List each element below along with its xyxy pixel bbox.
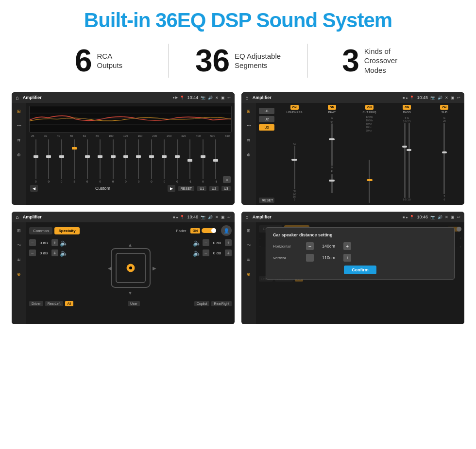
dot-icons-1: ● ▶	[172, 96, 178, 100]
eq-slider-2[interactable]: 0	[56, 139, 67, 183]
sidebar-crossover-icon-2[interactable]: ⊕	[244, 150, 253, 159]
eq-prev-btn[interactable]: ◀	[30, 185, 38, 192]
vertical-plus-btn[interactable]: +	[343, 254, 351, 262]
back-icon-3[interactable]: ↩	[227, 215, 231, 219]
reset-btn-2[interactable]: RESET	[259, 198, 274, 203]
home-icon-3[interactable]: ⌂	[16, 214, 19, 220]
rearleft-btn[interactable]: RearLeft	[45, 301, 63, 306]
sidebar-eq-icon-2[interactable]: ⊞	[244, 107, 253, 116]
sidebar-waveform-icon-4[interactable]: ≋	[244, 255, 253, 264]
back-icon-4[interactable]: ↩	[457, 215, 460, 219]
reset-btn-1[interactable]: RESET	[178, 186, 194, 191]
vertical-minus-btn[interactable]: −	[306, 254, 314, 262]
fr-plus-btn[interactable]: +	[225, 239, 232, 246]
rl-plus-btn[interactable]: +	[51, 249, 58, 256]
eq-slider-9[interactable]: 0	[146, 139, 157, 183]
topbar-icons-2: 📍 10:45 📷 🔊 ✕ ▣ ↩	[409, 95, 460, 100]
fader-on-btn[interactable]: ON	[190, 228, 201, 233]
u2-btn-1[interactable]: U2	[209, 186, 219, 191]
eq-slider-7[interactable]: 0	[120, 139, 131, 183]
topbar-4: ⌂ Amplifier ■ ● 📍 10:46 📷 🔊 ✕ ▣ ↩	[241, 212, 464, 222]
close-icon-4[interactable]: ✕	[445, 215, 448, 219]
sidebar-wave-icon-2[interactable]: 〜	[244, 121, 253, 130]
u2-btn-2[interactable]: U2	[259, 116, 274, 122]
eq-slider-3[interactable]: 5	[68, 139, 80, 183]
sidebar-crossover-icon-3[interactable]: ⊕	[15, 270, 23, 279]
sidebar-waveform-icon-2[interactable]: ≋	[244, 136, 253, 145]
sidebar-waveform-icon-3[interactable]: ≋	[15, 255, 23, 264]
stat-number-rca: 6	[75, 45, 92, 76]
rearright-btn[interactable]: RearRight	[211, 301, 232, 306]
u3-btn-1[interactable]: U3	[221, 186, 231, 191]
topbar-icons-3: 📍 10:46 📷 🔊 ✕ ▣ ↩	[180, 215, 231, 219]
eq-slider-13[interactable]: 0	[197, 139, 208, 183]
eq-slider-1[interactable]: 0	[43, 139, 54, 183]
confirm-button[interactable]: Confirm	[344, 266, 376, 274]
home-icon-2[interactable]: ⌂	[245, 95, 249, 100]
close-icon-2[interactable]: ✕	[445, 96, 448, 100]
sidebar-eq-icon[interactable]: ⊞	[15, 107, 23, 116]
close-icon-3[interactable]: ✕	[215, 215, 219, 219]
screen2-title: Amplifier	[253, 95, 401, 100]
svg-text:◀: ◀	[108, 266, 112, 271]
eq-slider-6[interactable]: 0	[107, 139, 119, 183]
sidebar-eq-icon-3[interactable]: ⊞	[15, 226, 23, 235]
sidebar-wave-icon-3[interactable]: 〜	[15, 241, 23, 249]
rr-minus-btn[interactable]: −	[203, 249, 209, 256]
eq-slider-11[interactable]: 0	[171, 139, 183, 183]
fr-minus-btn[interactable]: −	[203, 239, 209, 246]
sub-on-btn[interactable]: ON	[440, 105, 448, 110]
sidebar-wave-icon-4[interactable]: 〜	[244, 241, 253, 249]
window-icon-1: ▣	[221, 96, 225, 100]
sidebar-wave-icon[interactable]: 〜	[15, 121, 23, 130]
close-icon-1[interactable]: ✕	[215, 96, 219, 100]
back-icon-2[interactable]: ↩	[457, 96, 460, 100]
eq-slider-12[interactable]: -1	[185, 139, 196, 183]
u1-btn-2[interactable]: U1	[259, 108, 274, 114]
sidebar-crossover-icon[interactable]: ⊕	[15, 150, 23, 159]
loudness-on-btn[interactable]: ON	[290, 105, 299, 110]
eq-slider-4[interactable]: 0	[82, 139, 93, 183]
copilot-btn[interactable]: Copilot	[194, 301, 210, 306]
rl-minus-btn[interactable]: −	[29, 249, 36, 256]
user-profile-btn[interactable]: 👤	[221, 225, 232, 236]
horizontal-plus-btn[interactable]: +	[343, 242, 351, 250]
fl-minus-btn[interactable]: −	[29, 239, 36, 246]
panel-content-3: ⊞ 〜 ≋ ⊕ Common Specialty Fader ON 👤	[12, 222, 235, 324]
eq-slider-5[interactable]: 0	[94, 139, 105, 183]
rr-vol: 0 dB	[211, 251, 223, 255]
nav-arrow-right[interactable]: »	[223, 176, 231, 183]
bass-on-btn[interactable]: ON	[403, 105, 411, 110]
svg-text:▶: ▶	[153, 266, 156, 271]
svg-text:▼: ▼	[128, 290, 133, 296]
all-btn[interactable]: All	[65, 301, 74, 306]
tab-specialty-3[interactable]: Specialty	[54, 227, 79, 234]
fl-plus-btn[interactable]: +	[51, 239, 58, 246]
home-icon-4[interactable]: ⌂	[245, 214, 249, 220]
screen2-time: 10:45	[417, 95, 428, 100]
eq-slider-14[interactable]: -1	[210, 139, 221, 183]
eq-slider-8[interactable]: 0	[133, 139, 144, 183]
eq-next-btn[interactable]: ▶	[168, 185, 175, 192]
rr-plus-btn[interactable]: +	[225, 249, 232, 256]
u3-btn-2[interactable]: U3	[259, 124, 274, 131]
u1-btn-1[interactable]: U1	[197, 186, 206, 191]
cutfreq-on-btn[interactable]: ON	[365, 105, 374, 110]
home-icon-1[interactable]: ⌂	[16, 95, 19, 100]
fader-toggle: ON	[190, 228, 217, 233]
back-icon-1[interactable]: ↩	[227, 96, 231, 100]
tab-common-3[interactable]: Common	[29, 227, 52, 234]
spk-main-3: Common Specialty Fader ON 👤	[26, 222, 235, 324]
sidebar-crossover-icon-4[interactable]: ⊕	[244, 270, 253, 279]
sidebar-eq-icon-4[interactable]: ⊞	[244, 226, 253, 235]
eq-slider-10[interactable]: 0	[159, 139, 170, 183]
eq-slider-0[interactable]: 0	[30, 139, 41, 183]
user-btn[interactable]: User	[128, 301, 140, 306]
driver-btn[interactable]: Driver	[29, 301, 43, 306]
fader-track[interactable]	[202, 228, 216, 233]
phat-on-btn[interactable]: ON	[328, 105, 336, 110]
fl-vol: 0 dB	[37, 241, 50, 245]
horizontal-minus-btn[interactable]: −	[306, 242, 314, 250]
sidebar-waveform-icon[interactable]: ≋	[15, 136, 23, 145]
spk-right-col: 🔈 − 0 dB + 🔈 − 0 dB +	[193, 239, 232, 297]
